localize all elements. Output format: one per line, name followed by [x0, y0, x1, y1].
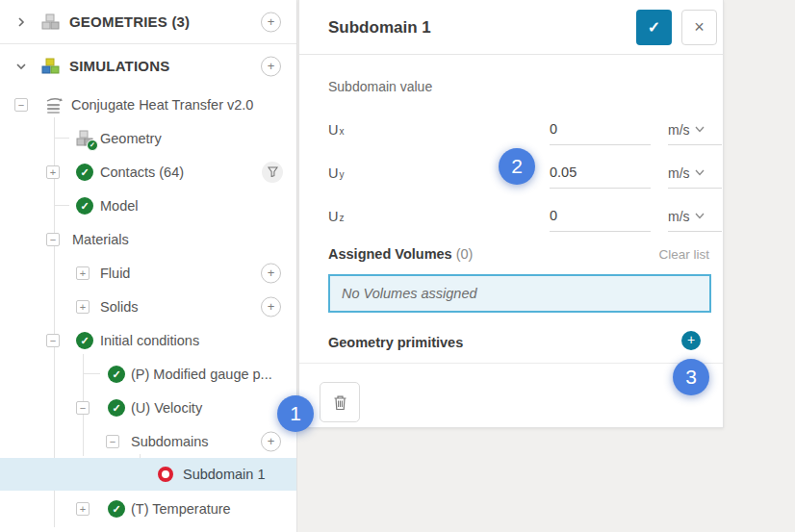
check-icon: ✓	[76, 164, 93, 181]
tree-item-label: Subdomain 1	[183, 458, 265, 491]
clear-list-button[interactable]: Clear list	[658, 247, 709, 262]
tree-item-label: (U) Velocity	[131, 391, 202, 424]
velocity-z-row: Uz 0 m/s	[299, 194, 723, 238]
velocity-x-unit-select[interactable]: m/s	[668, 114, 722, 145]
section-label: SIMULATIONS	[69, 49, 169, 83]
tree-item-label: Contacts (64)	[100, 155, 184, 189]
delete-button[interactable]	[320, 382, 360, 422]
field-label: Uy	[328, 151, 344, 194]
collapse-icon[interactable]: −	[14, 98, 28, 112]
tree-item-contacts[interactable]: + ✓ Contacts (64)	[0, 155, 296, 189]
expand-icon[interactable]: +	[46, 165, 60, 179]
velocity-y-input[interactable]: 0.05	[550, 158, 651, 189]
tree-item-subdomain-1[interactable]: Subdomain 1	[0, 458, 296, 491]
sidebar-item-geometries[interactable]: GEOMETRIES (3) +	[0, 0, 296, 43]
geometries-cubes-icon	[40, 13, 60, 32]
app-root: GEOMETRIES (3) + SIMULATIONS + − Conjuga…	[0, 0, 795, 532]
close-button[interactable]: ×	[681, 10, 717, 45]
geometry-primitives-title: Geometry primitives	[328, 335, 463, 350]
add-subdomain-button[interactable]: +	[261, 431, 281, 451]
check-icon: ✓	[76, 197, 93, 215]
section-label: GEOMETRIES (3)	[69, 0, 190, 43]
tree-item-label: Fluid	[100, 256, 130, 290]
panel-footer-divider	[299, 363, 723, 364]
annotation-badge-2: 2	[499, 148, 535, 185]
expand-icon[interactable]: +	[76, 502, 90, 516]
chevron-down-icon	[695, 126, 705, 133]
simulations-cubes-icon	[40, 57, 60, 76]
tree-item-modified-gauge-pressure[interactable]: ✓ (P) Modified gauge p...	[0, 357, 296, 391]
expand-icon[interactable]: +	[76, 300, 90, 314]
add-solid-button[interactable]: +	[261, 296, 281, 317]
field-label: Uz	[328, 194, 344, 238]
tree-item-velocity[interactable]: − ✓ (U) Velocity	[0, 391, 296, 424]
velocity-x-row: Ux 0 m/s	[299, 108, 723, 151]
subdomain-settings-panel: Subdomain 1 ✓ × Subdomain value Ux 0 m/s…	[298, 0, 724, 428]
tree-item-solids[interactable]: + Solids +	[0, 290, 296, 323]
close-icon: ×	[694, 17, 705, 38]
collapse-icon[interactable]: −	[106, 435, 119, 448]
add-geometry-button[interactable]: +	[261, 12, 281, 32]
trash-icon	[333, 394, 347, 411]
assigned-volumes-count: (0)	[456, 246, 474, 262]
annotation-badge-1: 1	[277, 395, 314, 432]
add-simulation-button[interactable]: +	[261, 56, 281, 76]
tree-item-label: Conjugate Heat Transfer v2.0	[71, 88, 253, 121]
tree-item-label: Solids	[100, 290, 139, 323]
collapse-icon[interactable]: −	[76, 401, 90, 415]
tree-item-label: Materials	[72, 222, 129, 256]
check-badge-icon: ✓	[87, 139, 98, 151]
empty-state-text: No Volumes assigned	[342, 286, 477, 301]
section-divider	[0, 43, 296, 44]
tree-item-label: Geometry	[100, 121, 162, 155]
apply-button[interactable]: ✓	[636, 10, 672, 45]
check-icon: ✓	[108, 399, 125, 417]
velocity-y-unit-select[interactable]: m/s	[668, 158, 722, 189]
subdomain-value-label: Subdomain value	[328, 79, 432, 94]
collapse-icon[interactable]: −	[46, 233, 60, 246]
tree-item-conjugate-heat-transfer[interactable]: − Conjugate Heat Transfer v2.0	[0, 88, 296, 121]
tree-item-geometry[interactable]: ✓ Geometry	[0, 121, 296, 155]
panel-title: Subdomain 1	[328, 0, 431, 55]
unassigned-status-icon	[158, 467, 173, 482]
add-geometry-primitive-button[interactable]: +	[681, 331, 701, 350]
tree-item-fluid[interactable]: + Fluid +	[0, 256, 296, 290]
tree-item-temperature[interactable]: + ✓ (T) Temperature	[0, 492, 296, 525]
tree-item-label: Model	[100, 189, 139, 222]
tree-item-label: (T) Temperature	[131, 492, 231, 525]
panel-header: Subdomain 1 ✓ ×	[299, 0, 723, 55]
field-label: Ux	[328, 108, 344, 151]
chevron-down-icon	[695, 213, 705, 219]
tree-item-label: (P) Modified gauge p...	[131, 357, 272, 391]
check-icon: ✓	[108, 366, 125, 383]
tree-item-subdomains[interactable]: − Subdomains +	[0, 424, 296, 458]
expand-icon[interactable]: +	[76, 266, 90, 280]
sidebar-item-simulations[interactable]: SIMULATIONS +	[0, 49, 296, 83]
velocity-z-unit-select[interactable]: m/s	[668, 201, 722, 232]
filter-button[interactable]	[262, 162, 283, 183]
tree-item-label: Subdomains	[131, 424, 209, 458]
add-fluid-button[interactable]: +	[261, 263, 281, 283]
velocity-z-input[interactable]: 0	[550, 201, 651, 232]
chevron-down-icon[interactable]	[15, 61, 27, 72]
check-icon: ✓	[108, 500, 125, 518]
check-icon: ✓	[648, 18, 660, 37]
tree-item-model[interactable]: ✓ Model	[0, 189, 296, 222]
tree-item-label: Initial conditions	[100, 323, 199, 357]
filter-funnel-icon	[268, 166, 278, 177]
collapse-icon[interactable]: −	[46, 334, 60, 347]
simulation-setup-icon	[44, 95, 64, 114]
assigned-volumes-title: Assigned Volumes (0)	[328, 246, 473, 262]
check-icon: ✓	[76, 332, 93, 349]
annotation-badge-3: 3	[673, 359, 709, 395]
no-volumes-assigned-box: No Volumes assigned	[328, 274, 711, 313]
chevron-right-icon[interactable]	[15, 16, 27, 28]
velocity-x-input[interactable]: 0	[550, 114, 651, 145]
chevron-down-icon	[695, 169, 705, 176]
geometry-cube-icon: ✓	[75, 129, 94, 148]
tree-item-initial-conditions[interactable]: − ✓ Initial conditions	[0, 323, 296, 357]
simulation-tree-sidebar: GEOMETRIES (3) + SIMULATIONS + − Conjuga…	[0, 0, 297, 532]
tree-item-materials[interactable]: − Materials	[0, 222, 296, 256]
